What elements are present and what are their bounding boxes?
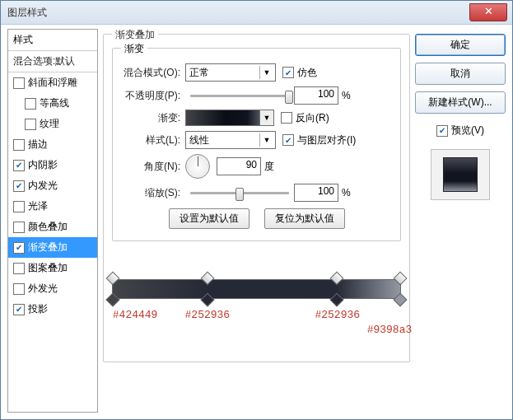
style-row-label: 描边 bbox=[28, 138, 48, 152]
checkbox-icon[interactable] bbox=[13, 139, 25, 151]
style-row[interactable]: 光泽 bbox=[8, 196, 97, 217]
group-legend: 渐变叠加 bbox=[112, 28, 158, 42]
checkbox-icon bbox=[281, 112, 292, 124]
opacity-stop-icon[interactable] bbox=[201, 272, 215, 286]
layer-style-dialog: 图层样式 ✕ 样式 混合选项:默认 斜面和浮雕等高线纹理描边内阴影内发光光泽颜色… bbox=[0, 0, 513, 420]
window-title: 图层样式 bbox=[1, 6, 47, 20]
checkbox-icon[interactable] bbox=[13, 304, 25, 315]
checkbox-icon[interactable] bbox=[13, 283, 25, 295]
style-row-label: 等高线 bbox=[40, 96, 69, 110]
style-row[interactable]: 图案叠加 bbox=[8, 258, 97, 278]
style-row[interactable]: 纹理 bbox=[8, 114, 97, 134]
style-row[interactable]: 外发光 bbox=[8, 278, 97, 299]
center-panel: 渐变叠加 渐变 混合模式(O): 正常 ▼ 仿色 bbox=[98, 29, 415, 413]
blend-defaults-row[interactable]: 混合选项:默认 bbox=[8, 51, 97, 72]
color-stop-label: #9398a3 bbox=[367, 324, 413, 336]
angle-dial[interactable] bbox=[185, 154, 210, 179]
style-row-label: 内发光 bbox=[28, 179, 58, 193]
chevron-down-icon[interactable]: ▼ bbox=[259, 110, 273, 125]
opacity-stop-icon[interactable] bbox=[394, 272, 408, 286]
chevron-down-icon: ▼ bbox=[259, 133, 273, 147]
reverse-label: 反向(R) bbox=[296, 111, 329, 125]
checkbox-icon[interactable] bbox=[13, 180, 25, 192]
style-row-label: 纹理 bbox=[40, 117, 59, 131]
percent-label: % bbox=[342, 187, 351, 198]
gradient-bar[interactable] bbox=[112, 279, 401, 299]
style-row[interactable]: 投影 bbox=[8, 299, 97, 320]
gradient-legend: 渐变 bbox=[121, 42, 147, 56]
style-row-label: 图案叠加 bbox=[28, 261, 68, 275]
dither-checkbox[interactable]: 仿色 bbox=[282, 66, 317, 80]
align-label: 与图层对齐(I) bbox=[297, 133, 356, 147]
style-row-label: 颜色叠加 bbox=[28, 220, 68, 234]
cancel-button[interactable]: 取消 bbox=[415, 63, 506, 85]
reset-default-button[interactable]: 复位为默认值 bbox=[264, 208, 345, 229]
close-button[interactable]: ✕ bbox=[469, 3, 507, 21]
opacity-value[interactable]: 100 bbox=[294, 86, 338, 105]
checkbox-icon bbox=[282, 67, 294, 78]
checkbox-icon[interactable] bbox=[25, 119, 36, 130]
scale-slider[interactable] bbox=[190, 192, 289, 194]
preview-swatch bbox=[443, 157, 478, 192]
style-row-label: 投影 bbox=[28, 302, 48, 316]
style-row[interactable]: 斜面和浮雕 bbox=[8, 72, 97, 93]
gradient-label: 渐变: bbox=[121, 111, 180, 125]
slider-thumb-icon[interactable] bbox=[236, 188, 244, 201]
checkbox-icon[interactable] bbox=[13, 160, 25, 171]
opacity-label: 不透明度(P): bbox=[121, 89, 180, 103]
checkbox-icon[interactable] bbox=[13, 222, 25, 233]
style-row-label: 光泽 bbox=[28, 199, 48, 213]
styles-header[interactable]: 样式 bbox=[8, 30, 97, 51]
color-stop-icon[interactable] bbox=[330, 293, 344, 307]
color-stop-label: #252936 bbox=[315, 309, 360, 321]
opacity-slider[interactable] bbox=[190, 95, 289, 97]
gradient-overlay-group: 渐变叠加 渐变 混合模式(O): 正常 ▼ 仿色 bbox=[103, 34, 410, 362]
color-stop-icon[interactable] bbox=[106, 293, 120, 307]
reverse-checkbox[interactable]: 反向(R) bbox=[281, 111, 329, 125]
right-column: 确定 取消 新建样式(W)... 预览(V) bbox=[415, 29, 506, 413]
color-stop-icon[interactable] bbox=[394, 293, 408, 307]
style-row[interactable]: 内发光 bbox=[8, 175, 97, 196]
checkbox-icon[interactable] bbox=[13, 77, 25, 89]
titlebar: 图层样式 ✕ bbox=[1, 1, 512, 25]
style-row[interactable]: 描边 bbox=[8, 134, 97, 155]
style-row[interactable]: 内阴影 bbox=[8, 155, 97, 175]
checkbox-icon[interactable] bbox=[13, 263, 25, 274]
style-select[interactable]: 线性 ▼ bbox=[185, 131, 276, 149]
new-style-button[interactable]: 新建样式(W)... bbox=[415, 91, 506, 114]
slider-thumb-icon[interactable] bbox=[285, 91, 293, 104]
ok-button[interactable]: 确定 bbox=[415, 34, 506, 56]
angle-label: 角度(N): bbox=[121, 160, 180, 174]
angle-value[interactable]: 90 bbox=[217, 157, 261, 175]
style-label: 样式(L): bbox=[121, 133, 180, 147]
gradient-group: 渐变 混合模式(O): 正常 ▼ 仿色 不透明度(P): bbox=[112, 48, 401, 241]
style-row-label: 内阴影 bbox=[28, 158, 58, 172]
checkbox-icon[interactable] bbox=[13, 201, 25, 212]
checkbox-icon[interactable] bbox=[25, 98, 36, 110]
dither-label: 仿色 bbox=[297, 66, 317, 80]
preview-label: 预览(V) bbox=[451, 124, 484, 138]
preview-checkbox[interactable]: 预览(V) bbox=[415, 124, 506, 138]
style-row[interactable]: 渐变叠加 bbox=[8, 237, 97, 258]
style-row-label: 斜面和浮雕 bbox=[28, 76, 77, 90]
style-row-label: 外发光 bbox=[28, 282, 58, 296]
opacity-stop-icon[interactable] bbox=[106, 272, 120, 286]
align-checkbox[interactable]: 与图层对齐(I) bbox=[282, 133, 356, 147]
style-row[interactable]: 颜色叠加 bbox=[8, 217, 97, 237]
angle-unit: 度 bbox=[264, 160, 274, 174]
color-stop-label: #424449 bbox=[113, 309, 158, 321]
gradient-editor: #424449#252936#252936#9398a3 bbox=[112, 279, 401, 353]
checkbox-icon bbox=[282, 134, 294, 146]
blend-mode-label: 混合模式(O): bbox=[121, 66, 180, 80]
style-value: 线性 bbox=[189, 133, 209, 147]
scale-label: 缩放(S): bbox=[121, 186, 180, 200]
gradient-picker[interactable]: ▼ bbox=[185, 110, 274, 126]
checkbox-icon[interactable] bbox=[13, 242, 25, 254]
set-default-button[interactable]: 设置为默认值 bbox=[169, 208, 250, 229]
blend-mode-select[interactable]: 正常 ▼ bbox=[185, 63, 276, 82]
scale-value[interactable]: 100 bbox=[294, 184, 338, 202]
opacity-stop-icon[interactable] bbox=[330, 272, 344, 286]
style-row[interactable]: 等高线 bbox=[8, 93, 97, 114]
color-stop-icon[interactable] bbox=[201, 293, 215, 307]
preview-box bbox=[431, 149, 490, 200]
